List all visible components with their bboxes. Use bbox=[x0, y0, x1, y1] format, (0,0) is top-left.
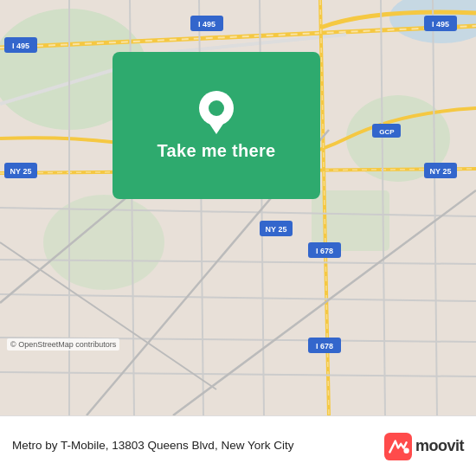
svg-text:I 495: I 495 bbox=[12, 42, 29, 50]
address-text: Metro by T-Mobile, 13803 Queens Blvd, Ne… bbox=[12, 438, 374, 454]
attribution-text: © OpenStreetMap contributors bbox=[10, 340, 116, 349]
svg-text:I 495: I 495 bbox=[198, 20, 215, 29]
osm-attribution: © OpenStreetMap contributors bbox=[7, 338, 119, 351]
svg-text:NY 25: NY 25 bbox=[266, 225, 287, 234]
svg-text:I 678: I 678 bbox=[316, 342, 333, 351]
svg-text:I 495: I 495 bbox=[432, 20, 449, 29]
app-container: I 495 I 495 I 495 NY 25 NY 25 NY 25 GCP … bbox=[0, 0, 476, 476]
location-pin-icon bbox=[199, 91, 234, 132]
info-bar: Metro by T-Mobile, 13803 Queens Blvd, Ne… bbox=[0, 415, 476, 476]
moovit-icon bbox=[384, 433, 412, 460]
svg-text:I 678: I 678 bbox=[316, 247, 333, 255]
take-me-there-overlay[interactable]: Take me there bbox=[113, 52, 320, 199]
moovit-logo-text: moovit bbox=[415, 437, 464, 455]
svg-text:NY 25: NY 25 bbox=[10, 167, 32, 176]
take-me-there-button[interactable]: Take me there bbox=[158, 141, 276, 161]
moovit-logo: moovit bbox=[384, 433, 464, 460]
svg-point-50 bbox=[403, 447, 408, 453]
map-area: I 495 I 495 I 495 NY 25 NY 25 NY 25 GCP … bbox=[0, 0, 476, 415]
svg-text:NY 25: NY 25 bbox=[430, 167, 452, 176]
svg-text:GCP: GCP bbox=[379, 128, 395, 136]
